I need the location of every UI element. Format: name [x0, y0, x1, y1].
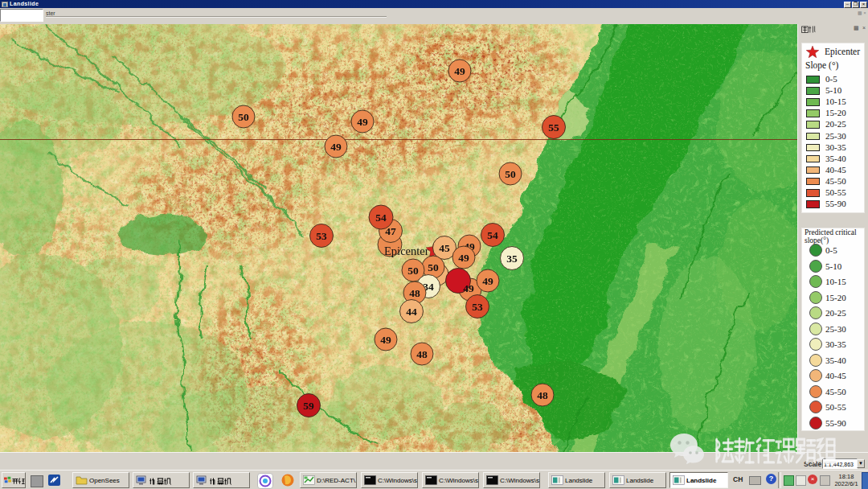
svg-text:49: 49 [482, 275, 493, 287]
svg-text:50: 50 [505, 168, 516, 180]
svg-text:54: 54 [487, 229, 498, 241]
svg-text:49: 49 [454, 65, 465, 77]
svg-text:44: 44 [406, 306, 417, 318]
svg-text:49: 49 [463, 282, 474, 294]
svg-text:49: 49 [380, 334, 391, 346]
svg-text:50: 50 [407, 265, 419, 277]
svg-text:53: 53 [316, 230, 327, 242]
svg-text:50: 50 [238, 111, 249, 123]
svg-text:50: 50 [428, 261, 439, 273]
svg-text:35: 35 [506, 253, 518, 265]
svg-text:59: 59 [303, 400, 314, 412]
svg-text:48: 48 [409, 287, 420, 299]
svg-text:49: 49 [357, 116, 368, 128]
svg-text:48: 48 [416, 348, 428, 360]
svg-text:49: 49 [330, 141, 342, 153]
svg-text:54: 54 [375, 212, 387, 224]
svg-text:Epicenter: Epicenter [384, 244, 429, 257]
svg-text:55: 55 [548, 121, 559, 134]
svg-text:45: 45 [439, 242, 450, 254]
svg-text:48: 48 [537, 389, 548, 401]
svg-text:53: 53 [472, 301, 483, 313]
svg-text:49: 49 [458, 252, 469, 264]
